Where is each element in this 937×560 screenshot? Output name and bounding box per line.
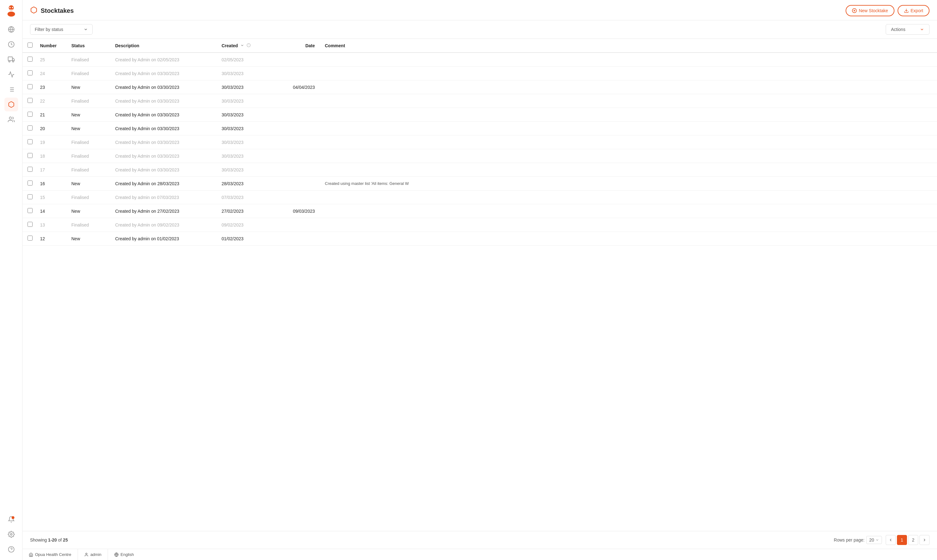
row-checkbox[interactable] — [28, 167, 32, 172]
sidebar-item-settings[interactable] — [5, 528, 18, 541]
sidebar-item-deliveries[interactable] — [5, 52, 18, 66]
row-status: Finalised — [66, 135, 110, 149]
row-number: 22 — [35, 94, 66, 108]
svg-point-2 — [9, 7, 11, 8]
row-number: 25 — [35, 52, 66, 67]
row-checkbox-cell[interactable] — [23, 80, 35, 94]
row-date — [279, 149, 320, 163]
table-row[interactable]: 21 New Created by Admin on 03/30/2023 30… — [23, 108, 937, 122]
row-created: 07/03/2023 — [217, 191, 279, 204]
sidebar-item-help[interactable] — [5, 543, 18, 556]
new-stocktake-button[interactable]: New Stocktake — [846, 5, 894, 16]
table-row[interactable]: 14 New Created by Admin on 27/02/2023 27… — [23, 204, 937, 218]
column-header-created[interactable]: Created — [217, 39, 279, 52]
row-comment — [320, 52, 937, 67]
sidebar-item-notifications[interactable] — [5, 512, 18, 526]
pagination-right: Rows per page: 20 1 2 — [834, 535, 929, 545]
row-number: 14 — [35, 204, 66, 218]
row-checkbox-cell[interactable] — [23, 232, 35, 246]
table-row[interactable]: 15 Finalised Created by admin on 07/03/2… — [23, 191, 937, 204]
row-description: Created by Admin on 03/30/2023 — [110, 67, 217, 80]
row-description: Created by Admin on 28/03/2023 — [110, 177, 217, 191]
row-checkbox[interactable] — [28, 112, 32, 117]
rows-per-page: Rows per page: 20 — [834, 536, 882, 544]
row-checkbox[interactable] — [28, 98, 32, 103]
app-logo[interactable] — [5, 4, 18, 17]
row-checkbox[interactable] — [28, 57, 32, 62]
prev-page-button[interactable] — [886, 535, 896, 545]
row-checkbox-cell[interactable] — [23, 218, 35, 232]
row-checkbox[interactable] — [28, 153, 32, 158]
row-checkbox[interactable] — [28, 84, 32, 89]
row-comment — [320, 122, 937, 135]
table-row[interactable]: 19 Finalised Created by Admin on 03/30/2… — [23, 135, 937, 149]
select-all-header[interactable] — [23, 39, 35, 52]
row-date: 09/03/2023 — [279, 204, 320, 218]
row-checkbox-cell[interactable] — [23, 177, 35, 191]
sidebar-item-people[interactable] — [5, 112, 18, 126]
row-checkbox[interactable] — [28, 222, 32, 227]
svg-rect-7 — [8, 57, 12, 61]
toolbar: Filter by status Actions — [23, 20, 937, 38]
table-row[interactable]: 16 New Created by Admin on 28/03/2023 28… — [23, 177, 937, 191]
row-checkbox-cell[interactable] — [23, 135, 35, 149]
row-checkbox-cell[interactable] — [23, 163, 35, 177]
sidebar-item-dashboard[interactable] — [5, 23, 18, 36]
row-number: 24 — [35, 67, 66, 80]
row-checkbox-cell[interactable] — [23, 204, 35, 218]
row-checkbox[interactable] — [28, 125, 32, 131]
select-all-checkbox[interactable] — [28, 43, 32, 48]
row-date — [279, 191, 320, 204]
sidebar-item-stocktakes[interactable] — [5, 98, 18, 111]
row-checkbox-cell[interactable] — [23, 108, 35, 122]
table-row[interactable]: 23 New Created by Admin on 03/30/2023 30… — [23, 80, 937, 94]
svg-point-28 — [85, 553, 87, 554]
sidebar-item-items[interactable] — [5, 83, 18, 96]
filter-by-status-dropdown[interactable]: Filter by status — [30, 24, 92, 35]
bottom-location: Opua Health Centre — [23, 549, 78, 560]
table-row[interactable]: 13 Finalised Created by Admin on 09/02/2… — [23, 218, 937, 232]
row-checkbox-cell[interactable] — [23, 122, 35, 135]
row-created: 30/03/2023 — [217, 135, 279, 149]
sidebar-item-orders[interactable] — [5, 68, 18, 82]
table-body: 25 Finalised Created by Admin on 02/05/2… — [23, 52, 937, 246]
svg-point-18 — [10, 534, 12, 535]
row-comment — [320, 67, 937, 80]
row-created: 30/03/2023 — [217, 163, 279, 177]
table-row[interactable]: 17 Finalised Created by Admin on 03/30/2… — [23, 163, 937, 177]
table-row[interactable]: 20 New Created by Admin on 03/30/2023 30… — [23, 122, 937, 135]
row-checkbox[interactable] — [28, 194, 32, 199]
table-row[interactable]: 22 Finalised Created by Admin on 03/30/2… — [23, 94, 937, 108]
page-2-button[interactable]: 2 — [908, 535, 918, 545]
row-checkbox-cell[interactable] — [23, 67, 35, 80]
row-checkbox[interactable] — [28, 139, 32, 144]
table-row[interactable]: 12 New Created by admin on 01/02/2023 01… — [23, 232, 937, 246]
row-comment — [320, 94, 937, 108]
row-checkbox-cell[interactable] — [23, 94, 35, 108]
row-description: Created by Admin on 02/05/2023 — [110, 52, 217, 67]
row-checkbox-cell[interactable] — [23, 191, 35, 204]
column-header-number: Number — [35, 39, 66, 52]
page-1-button[interactable]: 1 — [897, 535, 907, 545]
row-checkbox-cell[interactable] — [23, 149, 35, 163]
actions-dropdown[interactable]: Actions — [886, 24, 929, 35]
next-page-button[interactable] — [920, 535, 929, 545]
table-row[interactable]: 18 Finalised Created by Admin on 03/30/2… — [23, 149, 937, 163]
row-date — [279, 52, 320, 67]
row-checkbox[interactable] — [28, 180, 32, 186]
table-row[interactable]: 24 Finalised Created by Admin on 03/30/2… — [23, 67, 937, 80]
row-number: 15 — [35, 191, 66, 204]
row-created: 01/02/2023 — [217, 232, 279, 246]
sidebar-item-reports[interactable] — [5, 37, 18, 51]
row-checkbox[interactable] — [28, 71, 32, 75]
row-created: 02/05/2023 — [217, 52, 279, 67]
table-row[interactable]: 25 Finalised Created by Admin on 02/05/2… — [23, 52, 937, 67]
row-checkbox-cell[interactable] — [23, 52, 35, 67]
rows-per-page-select[interactable]: 20 — [866, 536, 882, 544]
row-checkbox[interactable] — [28, 208, 32, 213]
row-status: New — [66, 122, 110, 135]
svg-point-3 — [12, 7, 13, 8]
row-checkbox[interactable] — [28, 235, 32, 241]
export-button[interactable]: Export — [898, 5, 929, 16]
row-number: 20 — [35, 122, 66, 135]
